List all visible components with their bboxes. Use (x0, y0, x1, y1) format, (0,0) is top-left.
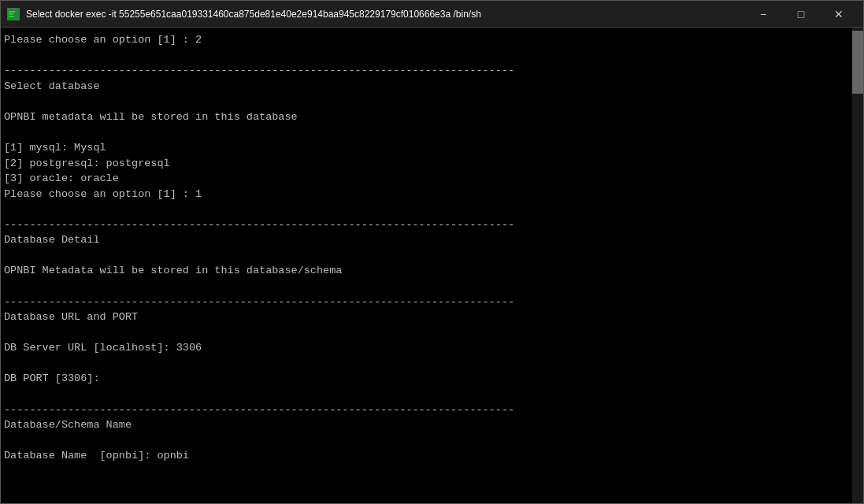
terminal-output[interactable]: Please choose an option [1] : 2 --------… (1, 28, 852, 503)
window-controls: − □ ✕ (745, 2, 857, 27)
scrollbar-thumb[interactable] (852, 31, 863, 94)
svg-rect-1 (9, 11, 15, 13)
terminal-line (4, 433, 847, 449)
terminal-line (4, 48, 847, 64)
terminal-line: Please choose an option [1] : 2 (4, 32, 847, 48)
svg-rect-3 (9, 16, 14, 17)
terminal-line (4, 202, 847, 217)
terminal-line: Select database (4, 79, 847, 94)
terminal-body: Please choose an option [1] : 2 --------… (1, 28, 863, 503)
terminal-line: [1] mysql: Mysql (4, 140, 847, 156)
window-title: Select docker exec -it 55255e651caa01933… (26, 9, 745, 20)
terminal-line (4, 94, 847, 109)
scrollbar[interactable] (852, 28, 863, 503)
terminal-line (4, 325, 847, 341)
terminal-line (4, 387, 847, 402)
terminal-line (4, 356, 847, 372)
terminal-line: ----------------------------------------… (4, 402, 847, 418)
terminal-line: DB PORT [3306]: (4, 371, 847, 387)
restore-button[interactable]: □ (783, 2, 819, 27)
terminal-line: Database/Schema Name (4, 417, 847, 433)
terminal-line: ----------------------------------------… (4, 295, 847, 310)
terminal-line: OPNBI metadata will be stored in this da… (4, 109, 847, 125)
terminal-line (4, 124, 847, 140)
terminal-line: ----------------------------------------… (4, 217, 847, 233)
close-button[interactable]: ✕ (821, 2, 857, 27)
terminal-line: Database URL and PORT (4, 309, 847, 325)
window-icon (7, 8, 20, 20)
terminal-line: Database Detail (4, 232, 847, 248)
svg-rect-2 (9, 13, 13, 15)
terminal-line: [3] oracle: oracle (4, 171, 847, 187)
terminal-line: OPNBI Metadata will be stored in this da… (4, 263, 847, 279)
titlebar: Select docker exec -it 55255e651caa01933… (1, 1, 863, 28)
terminal-window: Select docker exec -it 55255e651caa01933… (0, 0, 864, 504)
terminal-line: Database Name [opnbi]: opnbi (4, 448, 847, 464)
minimize-button[interactable]: − (745, 2, 781, 27)
terminal-line: Please choose an option [1] : 1 (4, 187, 847, 202)
terminal-line: DB Server URL [localhost]: 3306 (4, 340, 847, 356)
terminal-line (4, 279, 847, 295)
terminal-line: ----------------------------------------… (4, 63, 847, 79)
terminal-line: [2] postgresql: postgresql (4, 156, 847, 172)
terminal-line (4, 248, 847, 264)
